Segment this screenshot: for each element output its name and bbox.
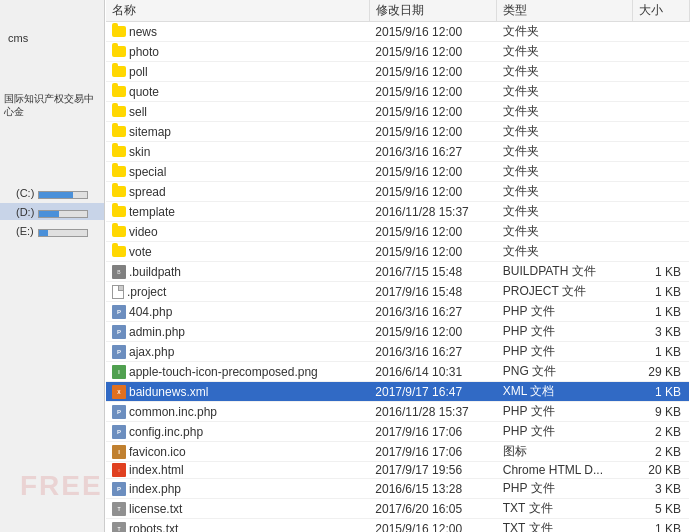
file-size-cell: 29 KB xyxy=(633,362,690,382)
file-kind-cell: BUILDPATH 文件 xyxy=(497,262,633,282)
drive-c-label: (C:) xyxy=(16,187,34,199)
file-name-cell: ○index.html xyxy=(106,462,369,479)
file-name-cell: Ifavicon.ico xyxy=(106,442,369,462)
file-name: video xyxy=(129,225,158,239)
folder-icon xyxy=(112,186,126,197)
file-kind-cell: 文件夹 xyxy=(497,182,633,202)
file-name-cell: B.buildpath xyxy=(106,262,369,282)
table-row[interactable]: photo2015/9/16 12:00文件夹 xyxy=(106,42,689,62)
file-name-cell: .project xyxy=(106,282,369,302)
php-icon: P xyxy=(112,305,126,319)
file-date-cell: 2015/9/16 12:00 xyxy=(369,322,496,342)
file-kind-cell: 文件夹 xyxy=(497,202,633,222)
file-size-cell xyxy=(633,142,690,162)
sidebar-cms-label: cms xyxy=(0,30,104,46)
table-row[interactable]: Ifavicon.ico2017/9/16 17:06图标2 KB xyxy=(106,442,689,462)
file-name: quote xyxy=(129,85,159,99)
table-row[interactable]: Iapple-touch-icon-precomposed.png2016/6/… xyxy=(106,362,689,382)
file-size-cell xyxy=(633,122,690,142)
file-name: news xyxy=(129,25,157,39)
file-size-cell xyxy=(633,82,690,102)
file-kind-cell: PHP 文件 xyxy=(497,302,633,322)
file-name-cell: Xbaidunews.xml xyxy=(106,382,369,402)
col-date[interactable]: 修改日期 xyxy=(369,0,496,22)
folder-icon xyxy=(112,246,126,257)
file-kind-cell: PHP 文件 xyxy=(497,322,633,342)
file-name-cell: photo xyxy=(106,42,369,62)
file-table: 名称 修改日期 类型 大小 news2015/9/16 12:00文件夹phot… xyxy=(105,0,690,532)
col-size[interactable]: 大小 xyxy=(633,0,690,22)
php-icon: P xyxy=(112,425,126,439)
table-row[interactable]: vote2015/9/16 12:00文件夹 xyxy=(106,242,689,262)
file-kind-cell: PHP 文件 xyxy=(497,422,633,442)
file-date-cell: 2017/9/16 17:06 xyxy=(369,442,496,462)
table-row[interactable]: Trobots.txt2015/9/16 12:00TXT 文件1 KB xyxy=(106,519,689,533)
file-date-cell: 2016/11/28 15:37 xyxy=(369,402,496,422)
file-kind-cell: 文件夹 xyxy=(497,222,633,242)
file-name-cell: sell xyxy=(106,102,369,122)
table-row[interactable]: sitemap2015/9/16 12:00文件夹 xyxy=(106,122,689,142)
file-date-cell: 2015/9/16 12:00 xyxy=(369,162,496,182)
drive-d-label: (D:) xyxy=(16,206,34,218)
file-date-cell: 2015/9/16 12:00 xyxy=(369,122,496,142)
table-row[interactable]: ○index.html2017/9/17 19:56Chrome HTML D.… xyxy=(106,462,689,479)
folder-icon xyxy=(112,46,126,57)
file-size-cell xyxy=(633,242,690,262)
table-row[interactable]: news2015/9/16 12:00文件夹 xyxy=(106,22,689,42)
php-icon: P xyxy=(112,345,126,359)
file-name-cell: Padmin.php xyxy=(106,322,369,342)
table-row[interactable]: Tlicense.txt2017/6/20 16:05TXT 文件5 KB xyxy=(106,499,689,519)
file-list-scroll[interactable]: 名称 修改日期 类型 大小 news2015/9/16 12:00文件夹phot… xyxy=(105,0,690,532)
file-date-cell: 2015/9/16 12:00 xyxy=(369,102,496,122)
sidebar-org-label: 国际知识产权交易中心金 xyxy=(0,90,104,120)
file-name: apple-touch-icon-precomposed.png xyxy=(129,365,318,379)
drive-e-label: (E:) xyxy=(16,225,34,237)
sidebar-drive-c[interactable]: (C:) xyxy=(0,184,104,201)
file-name-cell: Pconfig.inc.php xyxy=(106,422,369,442)
file-name: baidunews.xml xyxy=(129,385,208,399)
file-kind-cell: PHP 文件 xyxy=(497,479,633,499)
col-name[interactable]: 名称 xyxy=(106,0,369,22)
sidebar-drive-d[interactable]: (D:) xyxy=(0,203,104,220)
file-size-cell: 9 KB xyxy=(633,402,690,422)
table-row[interactable]: Pindex.php2016/6/15 13:28PHP 文件3 KB xyxy=(106,479,689,499)
table-row[interactable]: Pconfig.inc.php2017/9/16 17:06PHP 文件2 KB xyxy=(106,422,689,442)
table-row[interactable]: Padmin.php2015/9/16 12:00PHP 文件3 KB xyxy=(106,322,689,342)
file-date-cell: 2015/9/16 12:00 xyxy=(369,22,496,42)
file-kind-cell: 文件夹 xyxy=(497,102,633,122)
table-row[interactable]: B.buildpath2016/7/15 15:48BUILDPATH 文件1 … xyxy=(106,262,689,282)
col-type[interactable]: 类型 xyxy=(497,0,633,22)
table-row[interactable]: Pajax.php2016/3/16 16:27PHP 文件1 KB xyxy=(106,342,689,362)
table-row[interactable]: quote2015/9/16 12:00文件夹 xyxy=(106,82,689,102)
php-icon: P xyxy=(112,482,126,496)
file-name: vote xyxy=(129,245,152,259)
file-date-cell: 2017/6/20 16:05 xyxy=(369,499,496,519)
file-size-cell: 2 KB xyxy=(633,442,690,462)
table-row[interactable]: .project2017/9/16 15:48PROJECT 文件1 KB xyxy=(106,282,689,302)
table-row[interactable]: poll2015/9/16 12:00文件夹 xyxy=(106,62,689,82)
sidebar-drive-e[interactable]: (E:) xyxy=(0,222,104,239)
file-kind-cell: 文件夹 xyxy=(497,22,633,42)
table-row[interactable]: template2016/11/28 15:37文件夹 xyxy=(106,202,689,222)
table-row[interactable]: skin2016/3/16 16:27文件夹 xyxy=(106,142,689,162)
table-row[interactable]: Pcommon.inc.php2016/11/28 15:37PHP 文件9 K… xyxy=(106,402,689,422)
file-name: ajax.php xyxy=(129,345,174,359)
file-size-cell: 1 KB xyxy=(633,382,690,402)
file-date-cell: 2016/11/28 15:37 xyxy=(369,202,496,222)
table-row[interactable]: Xbaidunews.xml2017/9/17 16:47XML 文档1 KB xyxy=(106,382,689,402)
table-row[interactable]: sell2015/9/16 12:00文件夹 xyxy=(106,102,689,122)
table-row[interactable]: spread2015/9/16 12:00文件夹 xyxy=(106,182,689,202)
file-kind-cell: PNG 文件 xyxy=(497,362,633,382)
file-name-cell: vote xyxy=(106,242,369,262)
file-name: license.txt xyxy=(129,502,182,516)
png-icon: I xyxy=(112,365,126,379)
table-row[interactable]: video2015/9/16 12:00文件夹 xyxy=(106,222,689,242)
file-name-cell: video xyxy=(106,222,369,242)
file-size-cell: 2 KB xyxy=(633,422,690,442)
table-row[interactable]: P404.php2016/3/16 16:27PHP 文件1 KB xyxy=(106,302,689,322)
table-row[interactable]: special2015/9/16 12:00文件夹 xyxy=(106,162,689,182)
file-name: common.inc.php xyxy=(129,405,217,419)
file-name: sell xyxy=(129,105,147,119)
file-name: sitemap xyxy=(129,125,171,139)
file-date-cell: 2015/9/16 12:00 xyxy=(369,182,496,202)
